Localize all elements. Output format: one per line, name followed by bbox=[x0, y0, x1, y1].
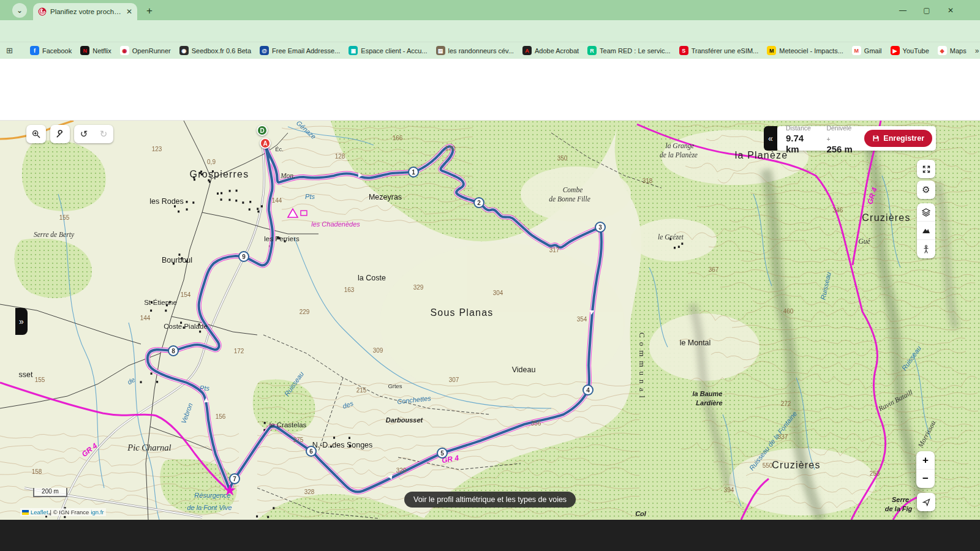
fullscreen-button[interactable] bbox=[917, 160, 935, 178]
bookmark-item[interactable]: ◉Seedbox.fr 0.6 Beta bbox=[179, 46, 251, 55]
tools-wrench-button[interactable] bbox=[50, 125, 70, 143]
distance-value: 9.74 km bbox=[786, 133, 804, 154]
bookmark-item[interactable]: ▨les randonneurs cév... bbox=[436, 46, 514, 55]
bookmark-item[interactable]: ◉OpenRunner bbox=[120, 46, 171, 55]
window-close-button[interactable]: ✕ bbox=[938, 0, 963, 20]
bookmark-item[interactable]: RTeam RED : Le servic... bbox=[587, 46, 671, 55]
zoom-search-button[interactable] bbox=[26, 125, 46, 143]
route-waypoint-8[interactable]: 8 bbox=[168, 345, 179, 356]
floppy-icon bbox=[872, 135, 880, 142]
bookmark-item[interactable]: NNetflix bbox=[80, 46, 111, 55]
route-waypoint-6[interactable]: 6 bbox=[306, 446, 317, 457]
screen: ⌄ Planifiez votre prochain parcou ✕ + — … bbox=[0, 0, 980, 551]
tab-close-icon[interactable]: ✕ bbox=[126, 7, 132, 16]
relief-button[interactable] bbox=[917, 222, 935, 240]
map-canvas[interactable]: Grospierresles RodesSerre de BertyBourbo… bbox=[0, 121, 980, 520]
redo-button[interactable]: ↻ bbox=[94, 129, 113, 140]
browser-tab-strip: ⌄ Planifiez votre prochain parcou ✕ + — … bbox=[0, 0, 980, 20]
tab-title: Planifiez votre prochain parcou bbox=[50, 8, 123, 15]
ukraine-flag-icon bbox=[22, 510, 29, 515]
openrunner-header: OPENRUNNER Éditeur de parcours 1 Cherche… bbox=[0, 59, 980, 91]
window-maximize-button[interactable]: ▢ bbox=[914, 0, 939, 20]
bookmark-favicon: ▣ bbox=[349, 46, 358, 55]
bookmark-favicon: ◆ bbox=[938, 46, 947, 55]
route-waypoint-5[interactable]: 5 bbox=[437, 448, 448, 459]
zoom-in-button[interactable]: + bbox=[916, 451, 935, 470]
street-view-button[interactable] bbox=[917, 240, 935, 258]
bookmark-item[interactable]: MGmail bbox=[852, 46, 882, 55]
bookmark-item[interactable]: ◆Maps bbox=[938, 46, 967, 55]
map-settings-gear-button[interactable]: ⚙ bbox=[917, 181, 935, 199]
elevation-label: Dénivelé + bbox=[826, 124, 851, 143]
route-waypoint-★[interactable]: ★ bbox=[223, 484, 236, 497]
route-toolbar: *Nouveau parcou... ✕ + ? bbox=[0, 91, 980, 121]
openrunner-favicon bbox=[38, 7, 47, 16]
route-waypoint-3[interactable]: 3 bbox=[595, 222, 606, 233]
undo-button[interactable]: ↺ bbox=[74, 129, 94, 140]
route-waypoint-D[interactable]: D bbox=[257, 125, 268, 136]
panel-collapse-button[interactable]: « bbox=[764, 126, 777, 151]
window-minimize-button[interactable]: — bbox=[891, 0, 915, 20]
bookmark-favicon: ◉ bbox=[179, 46, 189, 55]
browser-tab[interactable]: Planifiez votre prochain parcou ✕ bbox=[33, 3, 137, 20]
leaflet-link[interactable]: Leaflet bbox=[31, 509, 48, 515]
bookmark-favicon: A bbox=[522, 46, 532, 55]
bookmarks-bar: ⊞ fFacebookNNetflix◉OpenRunner◉Seedbox.f… bbox=[0, 42, 980, 59]
tab-search-button[interactable]: ⌄ bbox=[12, 3, 27, 18]
bookmark-item[interactable]: ▣Espace client - Accu... bbox=[349, 46, 427, 55]
zoom-controls: + − bbox=[916, 451, 935, 488]
elevation-value: 256 m bbox=[826, 144, 853, 154]
bookmark-item[interactable]: fFacebook bbox=[30, 46, 72, 55]
bookmark-favicon: ◉ bbox=[120, 46, 129, 55]
sidebar-expand-button[interactable]: » bbox=[15, 308, 28, 335]
map-scale: 200 m bbox=[33, 488, 67, 497]
bookmark-item[interactable]: ▶YouTube bbox=[891, 46, 929, 55]
windows-taskbar: 3 6°CEnsoleillé Rechercher ▣O✂▤⊞◐◆◎◔Oe◉◉… bbox=[0, 520, 980, 551]
bookmark-item[interactable]: STransférer une eSIM... bbox=[679, 46, 759, 55]
layers-button[interactable] bbox=[917, 203, 935, 222]
route-stats-panel: Distance9.74 km Dénivelé +256 m Enregist… bbox=[777, 126, 936, 151]
bookmark-favicon: @ bbox=[260, 46, 269, 55]
bookmark-favicon: M bbox=[852, 46, 861, 55]
bookmark-favicon: f bbox=[30, 46, 39, 55]
elevation-profile-tooltip[interactable]: Voir le profil altimétrique et les types… bbox=[404, 492, 576, 508]
bookmarks-overflow-chevron[interactable]: » bbox=[975, 47, 979, 55]
bookmark-favicon: S bbox=[679, 46, 688, 55]
zoom-out-button[interactable]: − bbox=[916, 470, 935, 488]
browser-address-row: ← → ↻ openrunner.com/route-planner ☆ ⚙ ⋮ bbox=[0, 20, 980, 42]
bookmarks-list: fFacebookNNetflix◉OpenRunner◉Seedbox.fr … bbox=[30, 46, 967, 55]
bookmark-favicon: ▨ bbox=[436, 46, 445, 55]
route-waypoint-2[interactable]: 2 bbox=[473, 197, 484, 208]
bookmark-favicon: R bbox=[587, 46, 597, 55]
bookmark-item[interactable]: MMeteociel - Impacts... bbox=[767, 46, 843, 55]
bookmark-favicon: ▶ bbox=[891, 46, 900, 55]
new-tab-button[interactable]: + bbox=[142, 4, 157, 18]
bookmark-favicon: M bbox=[767, 46, 776, 55]
save-button[interactable]: Enregistrer bbox=[864, 130, 932, 147]
bookmark-item[interactable]: AAdobe Acrobat bbox=[522, 46, 579, 55]
route-waypoint-1[interactable]: 1 bbox=[408, 167, 419, 178]
locate-button[interactable] bbox=[917, 493, 935, 511]
route-waypoint-A[interactable]: A bbox=[260, 138, 271, 149]
waypoints-layer: DA123456789★ bbox=[0, 121, 980, 520]
bookmark-favicon: N bbox=[80, 46, 89, 55]
ign-link[interactable]: ign.fr bbox=[91, 509, 104, 515]
route-waypoint-4[interactable]: 4 bbox=[582, 384, 594, 395]
map-attribution: Leaflet | © IGN France ign.fr bbox=[20, 508, 106, 516]
route-waypoint-9[interactable]: 9 bbox=[238, 251, 249, 262]
apps-grid-icon[interactable]: ⊞ bbox=[6, 46, 13, 55]
map-layers-group bbox=[917, 203, 935, 258]
history-group: ↺ ↻ bbox=[74, 125, 113, 143]
distance-label: Distance bbox=[786, 124, 811, 132]
bookmark-item[interactable]: @Free Email Addresse... bbox=[260, 46, 340, 55]
